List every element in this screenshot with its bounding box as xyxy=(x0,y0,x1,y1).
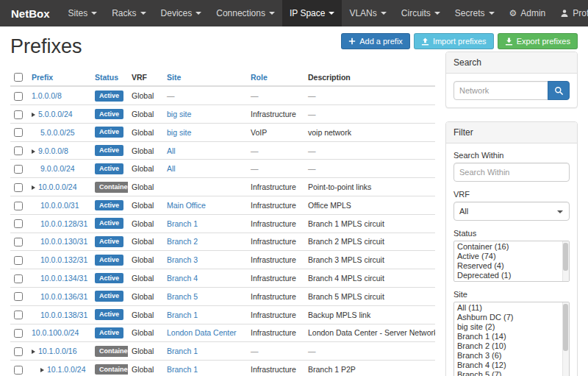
status-multiselect[interactable]: Container (16)Active (74)Reserved (4)Dep… xyxy=(453,241,570,282)
prefix-link[interactable]: 10.0.0.0/31 xyxy=(40,201,79,210)
row-checkbox[interactable] xyxy=(14,183,23,192)
multiselect-option[interactable]: Reserved (4) xyxy=(455,261,561,271)
column-header-prefix[interactable]: Prefix xyxy=(32,73,53,82)
scrollbar-thumb[interactable] xyxy=(563,243,568,271)
prefix-link[interactable]: 1.0.0.0/8 xyxy=(32,91,62,100)
description-cell: Branch 5 MPLS circuit xyxy=(304,287,435,305)
table-row: 10.0.0.134/31ActiveGlobalBranch 4Infrast… xyxy=(10,269,435,288)
site-link[interactable]: big site xyxy=(167,128,191,137)
site-cell: Branch 1 xyxy=(163,361,247,376)
site-link[interactable]: Branch 1 xyxy=(167,347,198,355)
column-header-site[interactable]: Site xyxy=(167,73,181,82)
search-button[interactable] xyxy=(548,81,570,100)
row-checkbox[interactable] xyxy=(14,238,23,246)
nav-item-ip-space[interactable]: IP Space xyxy=(282,0,342,26)
prefix-link[interactable]: 10.0.100.0/24 xyxy=(32,328,79,337)
prefix-link[interactable]: 10.0.0.132/31 xyxy=(40,255,87,264)
nav-item-devices[interactable]: Devices xyxy=(154,0,209,26)
prefix-link[interactable]: 10.0.0.136/31 xyxy=(40,292,87,301)
site-link[interactable]: Branch 1 xyxy=(167,311,198,319)
prefix-link[interactable]: 5.0.0.0/24 xyxy=(38,110,73,118)
site-link[interactable]: Branch 4 xyxy=(167,274,198,283)
vrf-cell: Global xyxy=(128,287,163,305)
search-within-input[interactable] xyxy=(453,163,570,182)
vrf-cell: Global xyxy=(128,178,163,196)
prefix-link[interactable]: 10.0.0.0/24 xyxy=(38,182,77,191)
row-checkbox[interactable] xyxy=(14,92,23,101)
row-checkbox[interactable] xyxy=(14,366,23,375)
nav-item-vlans[interactable]: VLANs xyxy=(342,0,393,26)
brand[interactable]: NetBox xyxy=(0,0,61,26)
site-link[interactable]: Branch 1 xyxy=(167,219,198,228)
site-link[interactable]: Main Office xyxy=(167,201,206,210)
prefix-link[interactable]: 9.0.0.0/24 xyxy=(40,164,75,173)
nav-item-profile[interactable]: Profile xyxy=(553,0,588,26)
nav-right: ⚙ Admin Profile Log out xyxy=(502,0,588,26)
prefix-link[interactable]: 9.0.0.0/8 xyxy=(38,146,68,155)
site-link[interactable]: Branch 3 xyxy=(167,255,198,264)
row-checkbox[interactable] xyxy=(14,110,23,119)
row-checkbox[interactable] xyxy=(14,274,23,283)
gear-icon: ⚙ xyxy=(509,9,517,18)
add-a-prefix-button[interactable]: Add a prefix xyxy=(341,33,410,49)
nav-item-secrets[interactable]: Secrets xyxy=(448,0,502,26)
prefix-link[interactable]: 10.0.0.134/31 xyxy=(40,274,87,283)
multiselect-option[interactable]: Branch 1 (14) xyxy=(455,332,561,341)
prefix-link[interactable]: 10.1.0.0/16 xyxy=(38,347,77,355)
prefix-link[interactable]: 10.0.0.130/31 xyxy=(40,237,87,246)
prefix-link[interactable]: 10.0.0.128/31 xyxy=(40,219,87,228)
prefix-link[interactable]: 10.1.0.0/24 xyxy=(47,365,86,374)
scrollbar[interactable] xyxy=(562,241,569,281)
site-cell: All xyxy=(163,160,247,178)
scrollbar[interactable] xyxy=(562,302,569,376)
role-cell: Infrastructure xyxy=(247,305,304,324)
multiselect-option[interactable]: Active (74) xyxy=(455,252,561,261)
site-link[interactable]: Branch 1 xyxy=(167,365,198,374)
row-checkbox[interactable] xyxy=(14,202,23,210)
site-link[interactable]: big site xyxy=(167,110,191,118)
search-input[interactable] xyxy=(453,81,548,100)
row-checkbox[interactable] xyxy=(14,165,23,174)
site-link[interactable]: London Data Center xyxy=(167,328,237,337)
site-multiselect[interactable]: All (11)Ashburn DC (7)big site (2)Branch… xyxy=(453,302,570,376)
prefix-link[interactable]: 10.0.0.138/31 xyxy=(40,311,87,319)
row-checkbox[interactable] xyxy=(14,146,23,155)
role-cell: Infrastructure xyxy=(247,178,304,196)
site-link[interactable]: All xyxy=(167,146,176,155)
vrf-cell: Global xyxy=(128,214,163,233)
site-link[interactable]: Branch 5 xyxy=(167,292,198,301)
scrollbar-thumb[interactable] xyxy=(563,304,568,351)
row-checkbox[interactable] xyxy=(14,256,23,265)
row-checkbox[interactable] xyxy=(14,292,23,301)
nav-item-admin[interactable]: ⚙ Admin xyxy=(502,0,553,26)
column-header-role[interactable]: Role xyxy=(251,73,268,82)
nav-item-circuits[interactable]: Circuits xyxy=(394,0,448,26)
multiselect-option[interactable]: Container (16) xyxy=(455,242,561,252)
column-header-status[interactable]: Status xyxy=(95,73,118,82)
chevron-down-icon xyxy=(434,12,440,15)
multiselect-option[interactable]: Ashburn DC (7) xyxy=(455,313,561,322)
nav-item-sites[interactable]: Sites xyxy=(61,0,105,26)
vrf-cell: Global xyxy=(128,86,163,104)
row-checkbox[interactable] xyxy=(14,128,23,137)
multiselect-option[interactable]: Branch 2 (10) xyxy=(455,341,561,351)
multiselect-option[interactable]: Deprecated (1) xyxy=(455,271,561,280)
nav-item-racks[interactable]: Racks xyxy=(104,0,153,26)
multiselect-option[interactable]: Branch 4 (12) xyxy=(455,361,561,370)
site-link[interactable]: Branch 2 xyxy=(167,237,198,246)
prefix-link[interactable]: 5.0.0.0/25 xyxy=(40,128,75,137)
multiselect-option[interactable]: All (11) xyxy=(455,303,561,313)
vrf-select[interactable]: All xyxy=(453,202,570,221)
multiselect-option[interactable]: Branch 5 (7) xyxy=(455,370,561,376)
import-prefixes-button[interactable]: Import prefixes xyxy=(414,33,494,49)
multiselect-option[interactable]: Branch 3 (6) xyxy=(455,351,561,361)
select-all-checkbox[interactable] xyxy=(14,73,23,82)
row-checkbox[interactable] xyxy=(14,219,23,228)
row-checkbox[interactable] xyxy=(14,329,23,338)
nav-item-connections[interactable]: Connections xyxy=(209,0,282,26)
multiselect-option[interactable]: big site (2) xyxy=(455,322,561,332)
export-prefixes-button[interactable]: Export prefixes xyxy=(498,33,578,49)
site-link[interactable]: All xyxy=(167,164,176,173)
row-checkbox[interactable] xyxy=(14,311,23,319)
row-checkbox[interactable] xyxy=(14,347,23,356)
